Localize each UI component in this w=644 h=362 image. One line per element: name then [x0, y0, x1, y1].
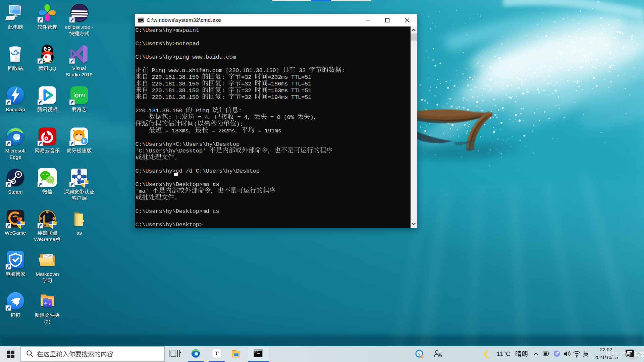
svg-text:TTL=51: TTL=51 [291, 94, 311, 101]
svg-text:220.181.38.150: 220.181.38.150 [152, 94, 199, 101]
svg-text:Microsoft: Microsoft [5, 148, 26, 154]
svg-text:@51CTO: @51CTO [606, 351, 631, 358]
svg-text:C:\Users\hy>mspaint: C:\Users\hy>mspaint [136, 27, 199, 34]
svg-text::: : [168, 114, 172, 121]
svg-text::: : [238, 108, 242, 114]
svg-text:'C:\Users\hy\Desktop': 'C:\Users\hy\Desktop' [136, 148, 206, 154]
svg-text:):: ): [236, 121, 243, 127]
svg-text:4: 4 [244, 114, 248, 121]
svg-text:WeGame: WeGame [5, 230, 26, 236]
svg-text:220.181.38.150: 220.181.38.150 [152, 87, 199, 94]
svg-text:220.181.38.150: 220.181.38.150 [152, 74, 199, 80]
svg-text:(: ( [194, 121, 197, 127]
svg-text:Visual: Visual [72, 65, 86, 71]
svg-text:Ping: Ping [196, 108, 209, 114]
svg-text:C:\Users\hy\Desktop>md: C:\Users\hy\Desktop>md [136, 208, 209, 215]
svg-text:www.a.shifen.com: www.a.shifen.com [168, 67, 222, 74]
svg-text:220.181.38.150: 220.181.38.150 [136, 108, 182, 114]
svg-text:TTL=51: TTL=51 [291, 81, 311, 87]
svg-text:T: T [215, 350, 219, 357]
svg-text:202ms: 202ms [218, 128, 235, 134]
svg-text:as: as [213, 208, 219, 215]
svg-text:(2): (2) [44, 319, 50, 324]
svg-text:WeGame: WeGame [34, 236, 55, 242]
svg-text:e: e [49, 302, 51, 305]
svg-text:=: = [212, 128, 215, 134]
svg-text:TTL=51: TTL=51 [291, 87, 311, 94]
svg-text:191ms: 191ms [265, 128, 281, 134]
svg-text:TTL=51: TTL=51 [291, 74, 311, 80]
svg-text:C:\Users\hy>notepad: C:\Users\hy>notepad [136, 41, 199, 47]
svg-text:[220.181.38.150]: [220.181.38.150] [225, 67, 279, 74]
svg-text:=194ms: =194ms [268, 94, 288, 101]
svg-text:?: ? [418, 352, 421, 357]
svg-text:=32: =32 [241, 94, 251, 101]
svg-text:=: = [198, 114, 201, 121]
svg-text:4: 4 [205, 114, 208, 121]
svg-text:=202ms: =202ms [268, 74, 288, 80]
svg-text:=: = [270, 114, 274, 121]
svg-text:=32: =32 [241, 74, 251, 80]
svg-text:C:\Users\hy>C:\Users\hy\Deskto: C:\Users\hy>C:\Users\hy\Desktop [136, 141, 239, 147]
svg-text:=186ms: =186ms [268, 81, 288, 87]
svg-text:=183ms: =183ms [268, 87, 288, 94]
svg-text:C:\windows\system32\cmd.exe: C:\windows\system32\cmd.exe [147, 17, 221, 23]
svg-text::: : [341, 67, 345, 74]
svg-text:C:\Users\hy\Desktop>ma: C:\Users\hy\Desktop>ma [136, 181, 209, 188]
svg-text:'ma': 'ma' [136, 188, 149, 194]
svg-text:(0%: (0% [284, 114, 294, 121]
svg-text:/d: /d [186, 168, 193, 174]
svg-text:C:\Users\hy\Desktop: C:\Users\hy\Desktop [196, 168, 260, 174]
svg-text:QQ: QQ [48, 65, 56, 71]
svg-text:11°C: 11°C [497, 350, 511, 357]
svg-text::: : [222, 74, 225, 80]
svg-text:iQIYI: iQIYI [73, 93, 85, 98]
svg-text:=: = [165, 128, 168, 134]
svg-text:183ms: 183ms [172, 128, 189, 134]
svg-text:220.181.38.150: 220.181.38.150 [152, 81, 199, 87]
svg-text:Edge: Edge [10, 154, 21, 160]
svg-text:C:\Users\hy>ping: C:\Users\hy>ping [136, 54, 189, 60]
svg-text:=32: =32 [241, 87, 251, 94]
svg-text:0: 0 [277, 114, 280, 121]
svg-text::: : [222, 81, 225, 87]
svg-text:C:: C: [139, 19, 141, 22]
svg-text:Ping: Ping [152, 67, 165, 74]
svg-text:Me: Me [43, 302, 48, 305]
svg-text:eclipse.exe -: eclipse.exe - [65, 24, 93, 30]
svg-text:=: = [237, 114, 241, 121]
svg-text:Studio 2019: Studio 2019 [66, 72, 93, 77]
svg-text:as: as [76, 230, 82, 236]
svg-text:Bandizip: Bandizip [6, 107, 25, 112]
svg-text:32: 32 [299, 67, 306, 74]
svg-text:www.baidu.com: www.baidu.com [193, 54, 236, 60]
svg-text:): ) [310, 114, 314, 121]
svg-text:=: = [258, 128, 261, 134]
svg-text::: : [222, 87, 225, 94]
svg-text:=32: =32 [241, 81, 251, 87]
svg-text::: : [222, 94, 225, 101]
svg-text:Markdown: Markdown [36, 271, 59, 277]
svg-text:C:\Users\hy\Desktop>: C:\Users\hy\Desktop> [136, 222, 203, 228]
svg-text:Steam: Steam [8, 189, 22, 195]
svg-text:as: as [213, 181, 219, 188]
